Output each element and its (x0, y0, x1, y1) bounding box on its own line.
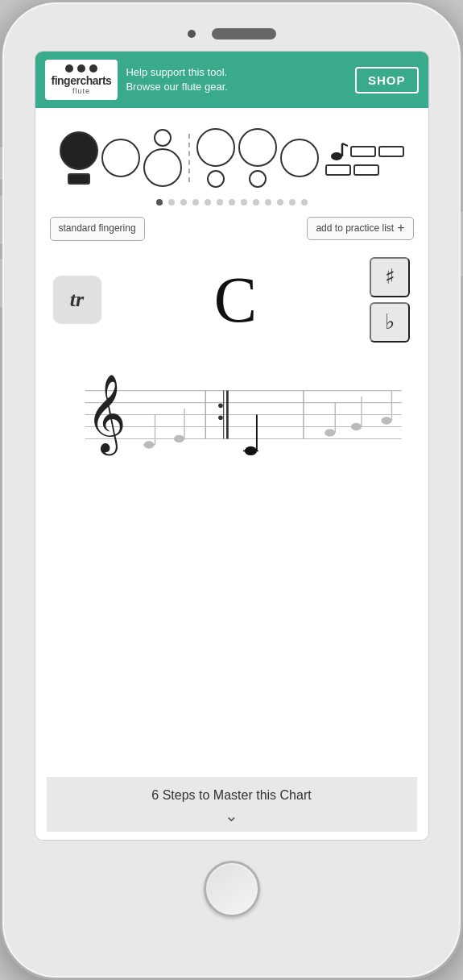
dot-11[interactable] (277, 199, 283, 206)
svg-point-13 (173, 434, 184, 442)
key-circle-4 (196, 128, 235, 167)
trill-button[interactable]: tr (53, 276, 101, 324)
mute-button[interactable] (0, 147, 2, 180)
volume-down-button[interactable] (0, 259, 2, 307)
rk-row-2 (325, 164, 379, 176)
phone-top-bar (2, 2, 461, 51)
screen: fingercharts flute Help support this too… (35, 51, 429, 841)
key-group-6 (280, 139, 319, 177)
steps-bar[interactable]: 6 Steps to Master this Chart ⌄ (47, 777, 417, 832)
dot-10[interactable] (265, 199, 271, 206)
key-sub-1 (68, 173, 90, 185)
shop-button[interactable]: SHOP (355, 67, 419, 93)
key-group-1 (60, 131, 98, 185)
fingering-diagram (47, 116, 417, 194)
banner-text: Help support this tool. Browse our flute… (126, 65, 347, 94)
rk-row-1 (325, 140, 404, 163)
dot-3[interactable] (180, 199, 187, 206)
flat-button[interactable]: ♭ (370, 302, 410, 343)
note-icon (325, 140, 348, 163)
svg-point-26 (218, 403, 223, 408)
standard-fingering-button[interactable]: standard fingering (50, 217, 145, 241)
key-circle-4-sub (207, 170, 225, 188)
header-banner: fingercharts flute Help support this too… (35, 52, 428, 108)
dot-7[interactable] (229, 199, 235, 206)
rk-bar-2 (378, 146, 404, 157)
key-circle-5 (238, 128, 277, 167)
key-group-5 (238, 128, 277, 188)
svg-point-27 (218, 415, 223, 420)
staff-area: 𝄞 (47, 351, 417, 777)
note-letter: C (214, 268, 257, 332)
sharp-symbol: ♯ (385, 264, 395, 289)
logo-text: fingercharts (52, 74, 112, 87)
staff-svg: 𝄞 (55, 357, 409, 462)
speaker (212, 28, 276, 39)
key-group-3 (143, 129, 182, 187)
key-circle-3 (143, 148, 182, 187)
dot-12[interactable] (289, 199, 296, 206)
steps-text: 6 Steps to Master this Chart (47, 788, 417, 803)
logo-dot-2 (77, 64, 85, 73)
key-circle-2 (101, 139, 140, 177)
key-circle-6 (280, 139, 319, 177)
right-keys (325, 140, 404, 176)
pagination-dots (47, 194, 417, 214)
flat-symbol: ♭ (385, 309, 395, 334)
dot-4[interactable] (192, 199, 199, 206)
dot-13[interactable] (301, 199, 308, 206)
dot-5[interactable] (205, 199, 211, 206)
add-practice-text: add to practice list (316, 222, 394, 234)
fingering-area: standard fingering add to practice list … (35, 108, 428, 840)
svg-point-0 (331, 152, 342, 160)
logo-dot-3 (89, 64, 97, 73)
dot-9[interactable] (253, 199, 259, 206)
note-area: tr C ♯ ♭ (47, 249, 417, 351)
key-group-2 (101, 139, 140, 177)
svg-point-18 (325, 429, 335, 436)
svg-point-20 (350, 422, 361, 430)
plus-icon: + (397, 222, 404, 235)
phone-bottom (204, 841, 260, 937)
dot-6[interactable] (217, 199, 223, 206)
logo-dot-1 (65, 64, 73, 73)
logo-sub: flute (72, 87, 90, 95)
svg-point-22 (381, 417, 391, 424)
home-button[interactable] (204, 861, 260, 917)
treble-clef-symbol: 𝄞 (86, 374, 126, 455)
camera (188, 30, 196, 38)
key-circle-3-top (154, 129, 172, 147)
phone-frame: fingercharts flute Help support this too… (0, 0, 463, 980)
chevron-down-icon: ⌄ (47, 806, 417, 825)
rk-bar-4 (353, 164, 379, 176)
sharp-button[interactable]: ♯ (370, 257, 410, 297)
logo-dots (65, 64, 97, 73)
rk-bar-1 (350, 146, 376, 157)
trill-label: tr (70, 288, 84, 312)
rk-bar-3 (325, 164, 351, 176)
volume-up-button[interactable] (0, 196, 2, 244)
accidental-buttons: ♯ ♭ (370, 257, 410, 343)
dot-2[interactable] (168, 199, 175, 206)
key-group-4 (196, 128, 235, 188)
dot-8[interactable] (241, 199, 247, 206)
key-circle-1 (60, 131, 98, 170)
fingering-label-row: standard fingering add to practice list … (47, 214, 417, 249)
logo-box: fingercharts flute (45, 60, 118, 100)
add-to-practice-button[interactable]: add to practice list + (307, 217, 413, 240)
dashed-separator (188, 134, 190, 182)
dot-1[interactable] (156, 199, 163, 206)
key-circle-5-sub (249, 170, 267, 188)
